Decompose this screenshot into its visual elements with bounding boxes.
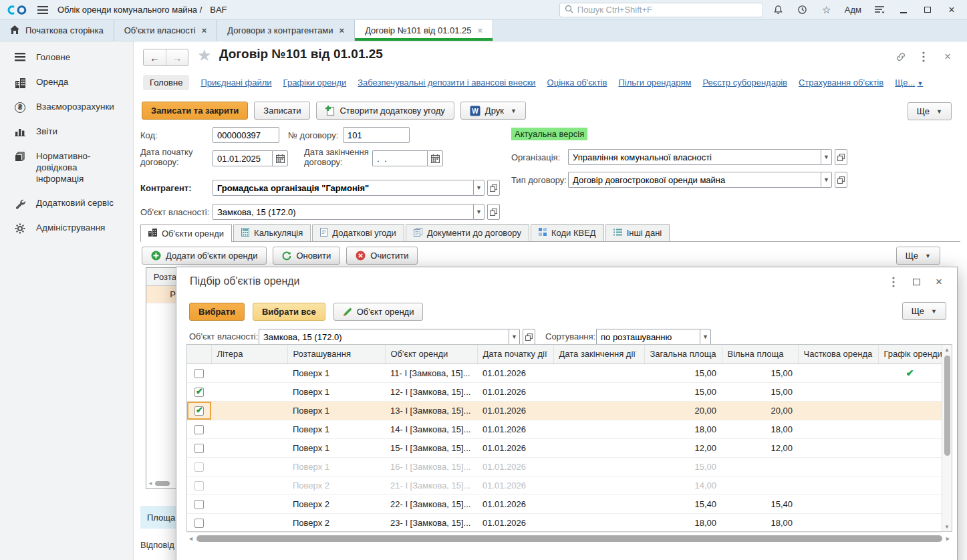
maximize-icon[interactable]	[909, 276, 924, 288]
row-checkbox[interactable]	[194, 369, 204, 378]
tab-calculation[interactable]: Калькуляція	[233, 224, 311, 241]
clear-button[interactable]: Очистити	[346, 247, 418, 265]
column-header[interactable]: Дата закінчення дії	[553, 345, 644, 364]
column-header[interactable]: Об'єкт оренди	[385, 345, 477, 364]
scrollbar-thumb[interactable]	[196, 535, 942, 542]
column-header[interactable]: Графік оренди	[878, 345, 942, 364]
dialog-close-icon[interactable]: ×	[932, 276, 946, 288]
calendar-icon[interactable]	[272, 150, 288, 166]
vertical-scrollbar[interactable]: ▲ ▼	[942, 345, 952, 531]
column-header[interactable]: Дата початку дії	[477, 345, 553, 364]
scrollbar-thumb[interactable]	[944, 356, 950, 456]
picker-property-field[interactable]: Замкова, 15 (172.0)▼	[259, 329, 520, 345]
history-icon[interactable]	[794, 5, 811, 15]
row-checkbox[interactable]	[194, 519, 204, 528]
table-row[interactable]: Поверх 1 13- І [Замкова, 15]... 01.01.20…	[187, 401, 942, 420]
column-header[interactable]: Розташування	[287, 345, 385, 364]
dialog-more-button[interactable]: Ще▼	[902, 302, 946, 320]
maximize-button[interactable]	[919, 7, 936, 13]
row-checkbox[interactable]	[194, 500, 204, 509]
table-row[interactable]: Поверх 2 22- І [Замкова, 15]... 01.01.20…	[187, 495, 942, 513]
tab-property-objects[interactable]: Об'єкти власності ×	[114, 20, 218, 41]
rent-object-button[interactable]: Об'єкт оренди	[333, 303, 424, 321]
save-close-button[interactable]: Записати та закрити	[142, 102, 248, 120]
row-checkbox[interactable]	[194, 388, 204, 397]
table-row[interactable]: Поверх 1 14- І [Замкова, 15]... 01.01.20…	[187, 420, 942, 438]
form-nav-link[interactable]: Оцінка об'єктів	[547, 78, 607, 88]
sidebar-item-rent[interactable]: Оренда	[0, 70, 133, 95]
forward-button[interactable]: →	[166, 49, 188, 65]
open-contract-type-button[interactable]	[835, 172, 847, 188]
row-checkbox[interactable]	[194, 444, 204, 453]
select-button[interactable]: Вибрати	[189, 303, 245, 321]
close-icon[interactable]: ×	[202, 25, 207, 35]
row-checkbox[interactable]	[194, 425, 204, 434]
close-icon[interactable]: ×	[339, 25, 345, 35]
form-nav-link[interactable]: Пільги орендарям	[618, 78, 691, 88]
save-button[interactable]: Записати	[254, 102, 310, 120]
close-button[interactable]: ×	[943, 4, 960, 16]
property-object-field[interactable]: Замкова, 15 (172.0)▼	[213, 204, 485, 220]
code-field[interactable]: 000000397	[213, 127, 279, 143]
column-header[interactable]: Вільна площа	[722, 345, 798, 364]
notifications-icon[interactable]	[770, 5, 787, 15]
organization-field[interactable]: Управління комунальної власності▼	[568, 149, 832, 165]
form-nav-link[interactable]: Графіки оренди	[283, 78, 347, 88]
dropdown-icon[interactable]: ▼	[473, 204, 485, 220]
dropdown-icon[interactable]: ▼	[821, 172, 832, 188]
dropdown-icon[interactable]: ▼	[509, 329, 520, 345]
scroll-down-icon[interactable]: ▼	[944, 522, 950, 531]
tab-contract-documents[interactable]: Документи до договору	[406, 224, 529, 241]
sidebar-item-reference-info[interactable]: Нормативно-довідкова інформація	[0, 144, 133, 192]
column-header[interactable]: Літера	[211, 345, 287, 364]
dropdown-icon[interactable]: ▼	[700, 329, 711, 345]
counterparty-field[interactable]: Громадська організація "Гармонія"▼	[213, 180, 485, 196]
date-start-field[interactable]: 01.01.2025	[213, 150, 288, 166]
add-rent-objects-button[interactable]: Додати об'єкти оренди	[142, 247, 267, 265]
search-input[interactable]: Пошук Ctrl+Shift+F	[559, 3, 763, 17]
date-end-field[interactable]: . .	[372, 150, 443, 166]
sidebar-item-settlements[interactable]: ₴ Взаєморозрахунки	[0, 95, 133, 120]
table-row[interactable]: Поверх 1 16- І [Замкова, 15]... 01.01.20…	[187, 457, 942, 476]
select-all-button[interactable]: Вибрати все	[253, 303, 325, 321]
tab-rent-objects[interactable]: Об'єкти оренди	[140, 224, 232, 242]
table-row[interactable]: Поверх 1 15- І [Замкова, 15]... 01.01.20…	[187, 438, 942, 457]
column-header[interactable]: Загальна площа	[644, 345, 722, 364]
sort-field[interactable]: по розташуванню▼	[596, 329, 711, 345]
service-menu-icon[interactable]	[871, 5, 888, 14]
form-nav-current[interactable]: Головне	[143, 75, 189, 90]
tab-home[interactable]: Початкова сторінка	[0, 20, 114, 41]
contract-number-field[interactable]: 101	[343, 127, 410, 143]
form-nav-link[interactable]: Страхування об'єктів	[799, 78, 883, 88]
tab-kved-codes[interactable]: Коди КВЕД	[531, 224, 604, 241]
calendar-icon[interactable]	[427, 150, 443, 166]
row-checkbox[interactable]	[194, 462, 204, 472]
user-menu[interactable]: Адм	[842, 5, 864, 15]
rent-objects-more-button[interactable]: Ще▼	[896, 247, 940, 265]
sidebar-item-reports[interactable]: Звіти	[0, 120, 133, 144]
open-picker-property-button[interactable]	[523, 329, 535, 345]
scroll-right-icon[interactable]: ►	[945, 535, 951, 542]
minimize-button[interactable]	[895, 7, 912, 13]
tab-addenda[interactable]: Додаткові угоди	[312, 224, 404, 241]
form-close-icon[interactable]: ×	[940, 51, 955, 63]
back-button[interactable]: ←	[144, 49, 166, 65]
sidebar-item-administration[interactable]: Адміністрування	[0, 216, 133, 241]
table-row[interactable]: Поверх 2 21- І [Замкова, 15]... 01.01.20…	[187, 476, 942, 495]
tab-other-data[interactable]: Інші дані	[605, 224, 670, 241]
tab-contract-101[interactable]: Договір №101 від 01.01.25 ×	[355, 20, 493, 41]
main-menu-icon[interactable]	[37, 6, 48, 14]
refresh-button[interactable]: Оновити	[273, 247, 340, 265]
row-checkbox[interactable]	[194, 406, 204, 416]
kebab-menu-icon[interactable]	[916, 51, 931, 63]
table-row[interactable]: Поверх 1 11- І [Замкова, 15]... 01.01.20…	[187, 364, 942, 382]
contract-type-field[interactable]: Договір довгострокової оренди майна▼	[568, 172, 832, 188]
dropdown-icon[interactable]: ▼	[821, 149, 832, 165]
sidebar-item-extra-service[interactable]: Додатковий сервіс	[0, 191, 133, 216]
table-row[interactable]: Поверх 2 23- І [Замкова, 15]... 01.01.20…	[187, 513, 942, 532]
open-organization-button[interactable]	[835, 149, 847, 165]
open-property-object-button[interactable]	[487, 204, 500, 220]
print-button[interactable]: W Друк▼	[460, 102, 526, 120]
kebab-menu-icon[interactable]	[886, 276, 901, 288]
open-counterparty-button[interactable]	[487, 180, 500, 196]
